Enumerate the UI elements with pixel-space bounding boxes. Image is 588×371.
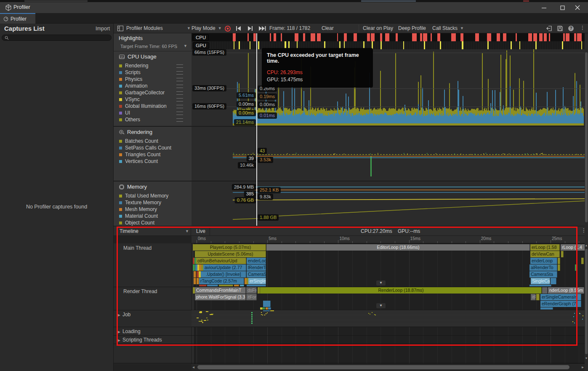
timeline-span[interactable]: nderLoop (8.55m <box>548 287 584 294</box>
module-legend-item[interactable]: Mesh Memory <box>119 206 186 213</box>
module-legend-item[interactable]: Physics <box>119 76 186 83</box>
timeline-scrollbar-thumb[interactable] <box>585 249 588 354</box>
module-legend-item[interactable]: Scripts <box>119 69 186 76</box>
timeline-span[interactable]: rLoop (1.4 <box>561 244 585 251</box>
drag-handle-icon[interactable] <box>176 98 183 101</box>
timeline-span[interactable] <box>194 271 196 278</box>
expand-arrow-icon[interactable]: ▶ <box>117 338 120 342</box>
module-legend-item[interactable]: Batches Count <box>119 138 186 144</box>
scroll-left-arrow-icon[interactable]: ◂ <box>192 365 194 369</box>
timeline-span[interactable]: deViewCan <box>530 251 560 257</box>
timeline-span[interactable] <box>551 278 556 284</box>
live-button[interactable]: Live <box>196 228 205 234</box>
timeline-span[interactable]: enderLoop <box>247 258 266 264</box>
module-legend-item[interactable]: Object Count <box>119 219 186 226</box>
playhead-line[interactable] <box>256 33 257 226</box>
module-legend-item[interactable]: GarbageCollector <box>119 89 186 96</box>
drag-handle-icon[interactable] <box>176 64 183 68</box>
minimize-button[interactable] <box>537 2 551 13</box>
timeline-span[interactable]: SingleCa <box>531 278 550 284</box>
save-capture-icon[interactable] <box>557 26 563 31</box>
timeline-span[interactable]: otRunBehaviourUpd <box>196 258 246 264</box>
timeline-span[interactable]: RenderLoop (18.87ms) <box>260 287 542 294</box>
thread-row-job[interactable]: ▶Job <box>117 312 195 318</box>
timeline-span[interactable]: CommandsFromMainT <box>195 287 246 294</box>
drag-handle-icon[interactable] <box>176 85 183 88</box>
last-frame-button-icon[interactable] <box>258 26 266 31</box>
timeline-view-dropdown[interactable]: Timeline <box>120 228 138 234</box>
timeline-span[interactable]: enderLoop <box>530 258 557 264</box>
scroll-up-arrow-icon[interactable]: ▲ <box>585 244 588 247</box>
clear-button[interactable]: Clear <box>322 25 334 31</box>
timeline-span[interactable] <box>536 294 540 300</box>
drag-handle-icon[interactable] <box>176 105 183 108</box>
timeline-view-caret-icon[interactable]: ▼ <box>185 229 189 233</box>
module-memory[interactable]: Memory Total Used MemoryTexture MemoryMe… <box>114 181 192 226</box>
toolbar-kebab-menu-icon[interactable]: ⋮ <box>580 25 585 31</box>
captures-search[interactable] <box>2 35 112 41</box>
timeline-span[interactable] <box>575 264 577 271</box>
timeline-span[interactable]: UpdateScene (5.06ms) <box>195 251 266 257</box>
timeline-span[interactable] <box>240 285 244 286</box>
module-legend-item[interactable]: Total Used Memory <box>119 192 186 199</box>
target-frame-time-dropdown[interactable]: Target Frame Time: 60 FPS <box>120 44 177 49</box>
timeline-span[interactable]: erLoop (1.58 <box>530 244 560 251</box>
timeline-span[interactable] <box>529 285 551 286</box>
module-legend-item[interactable]: UI <box>119 109 186 116</box>
timeline-span[interactable]: itForS <box>246 294 257 300</box>
module-highlights[interactable]: Highlights Target Frame Time: 60 FPS ▼ <box>114 33 192 51</box>
timeline-span[interactable] <box>199 285 207 286</box>
profiler-modules-dropdown[interactable]: Profiler Modules <box>126 25 163 31</box>
module-legend-item[interactable]: VSync <box>119 96 186 103</box>
play-mode-dropdown[interactable]: Play Mode▼ <box>192 25 222 31</box>
gpu-frame-strip[interactable]: GPU <box>192 41 585 49</box>
first-frame-button-icon[interactable] <box>236 26 242 31</box>
timeline-span[interactable]: CameraSta <box>247 271 266 278</box>
profiler-modules-caret-icon[interactable]: ▼ <box>184 25 191 31</box>
timeline-span[interactable] <box>561 251 564 257</box>
timeline-span[interactable]: aviourUpdate (2.77 <box>203 264 246 271</box>
close-button[interactable] <box>570 2 585 13</box>
module-legend-item[interactable]: Texture Memory <box>119 199 186 206</box>
record-button-icon[interactable] <box>224 25 231 32</box>
timeline-span[interactable]: phore.WaitForSignal (3.3 <box>195 294 246 300</box>
next-frame-button-icon[interactable] <box>247 26 253 31</box>
cpu-frame-strip[interactable]: CPU <box>192 33 585 41</box>
tab-profiler[interactable]: Profiler <box>0 13 35 24</box>
timeline-ruler[interactable]: 0ms5ms10ms15ms20ms25ms <box>192 236 585 243</box>
module-legend-item[interactable]: Global Illumination <box>119 103 186 109</box>
timeline-span[interactable]: eRenderGraph (7 <box>540 301 581 307</box>
timeline-span[interactable]: EditorLoop (18.66ms) <box>266 244 530 251</box>
module-legend-item[interactable]: SetPass Calls Count <box>119 144 186 151</box>
timeline-span[interactable] <box>207 285 218 286</box>
timeline-span[interactable] <box>247 285 266 286</box>
vertical-scrollbar[interactable]: ▲ ▼ <box>585 33 588 371</box>
drag-handle-icon[interactable] <box>176 71 183 75</box>
expand-arrow-icon[interactable]: ▶ <box>117 330 120 334</box>
timeline-span[interactable] <box>194 278 196 284</box>
timeline-span[interactable]: alRenderTo <box>529 264 557 271</box>
timeline-span[interactable] <box>268 307 271 310</box>
timeline-span[interactable]: PlayerLoop (5.07ms) <box>195 244 266 251</box>
thread-row-loading[interactable]: ▶Loading <box>117 328 195 334</box>
timeline-span[interactable] <box>558 264 560 271</box>
collapse-marker-render-thread[interactable]: ▼ <box>376 303 386 308</box>
module-legend-item[interactable]: Material Count <box>119 213 186 219</box>
collapse-marker-main-thread[interactable]: ▼ <box>376 280 386 286</box>
timeline-span[interactable]: lRenderTo <box>247 264 266 271</box>
thread-row-render-thread[interactable]: Render Thread <box>117 288 195 294</box>
module-legend-item[interactable]: Rendering <box>119 62 186 69</box>
rendering-chart[interactable] <box>192 127 585 181</box>
timeline-span[interactable]: CameraSta <box>529 271 557 278</box>
clear-on-play-toggle[interactable]: Clear on Play <box>363 25 393 31</box>
timeline-span[interactable] <box>263 301 271 307</box>
thread-row-main-thread[interactable]: Main Thread <box>117 245 195 251</box>
timeline-span[interactable] <box>263 307 265 310</box>
module-legend-item[interactable]: Others <box>119 116 186 123</box>
timeline-span[interactable] <box>234 285 239 286</box>
timeline-span[interactable]: erSingleCameraIn <box>540 294 581 300</box>
drag-handle-icon[interactable] <box>176 112 183 115</box>
scroll-right-arrow-icon[interactable]: ▸ <box>582 365 584 369</box>
drag-handle-icon[interactable] <box>176 118 183 122</box>
module-cpu-usage[interactable]: CPU CPU Usage RenderingScriptsPhysicsAni… <box>114 51 192 126</box>
